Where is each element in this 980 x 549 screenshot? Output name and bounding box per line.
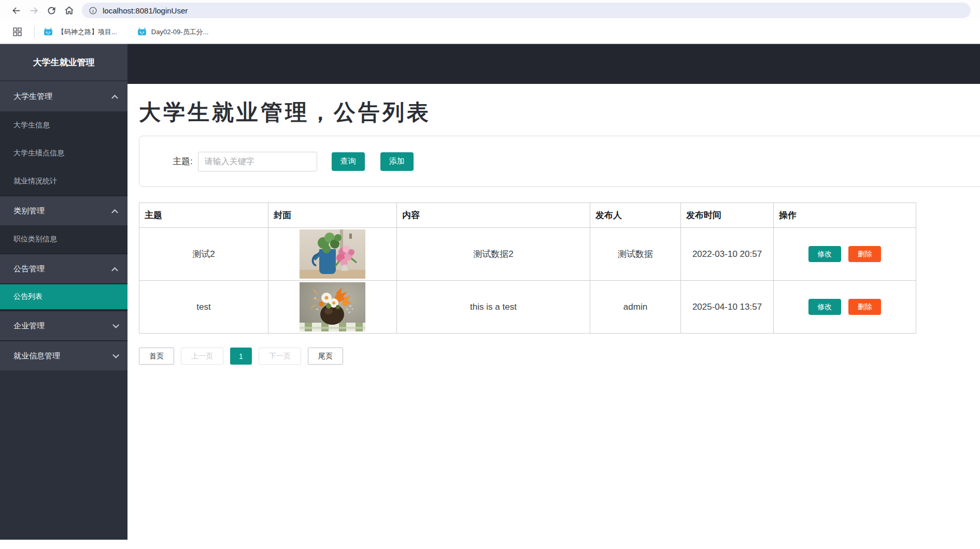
site-info-icon[interactable] [89, 6, 97, 15]
cover-image-orange-white-bouquet [300, 282, 365, 331]
sidebar-section-student-mgmt[interactable]: 大学生管理 [0, 81, 127, 111]
sidebar-app-title: 大学生就业管理 [0, 44, 127, 81]
cell-cover [268, 281, 397, 334]
bilibili-icon [43, 27, 53, 37]
col-header-actions: 操作 [774, 203, 916, 228]
browser-toolbar: localhost:8081/loginUser [0, 0, 980, 21]
sidebar-section-label: 公告管理 [13, 264, 45, 274]
sidebar-section-category-mgmt[interactable]: 类别管理 [0, 195, 127, 225]
sidebar-section-label: 企业管理 [13, 321, 45, 331]
sidebar-section-label: 就业信息管理 [13, 351, 60, 361]
sidebar-section-label: 大学生管理 [13, 92, 52, 102]
chevron-up-icon [111, 209, 118, 215]
address-bar[interactable]: localhost:8081/loginUser [82, 3, 971, 18]
sidebar-section-enterprise-mgmt[interactable]: 企业管理 [0, 310, 127, 340]
sidebar-item-student-gpa[interactable]: 大学生绩点信息 [0, 139, 127, 167]
sidebar-item-label: 大学生信息 [13, 121, 50, 130]
sidebar-section-notice-mgmt[interactable]: 公告管理 [0, 253, 127, 283]
chevron-up-icon [111, 94, 118, 101]
prev-page-button[interactable]: 上一页 [181, 348, 223, 365]
chevron-up-icon [111, 267, 118, 273]
refresh-icon[interactable] [42, 2, 60, 19]
sidebar-item-notice-list[interactable]: 公告列表 [0, 283, 127, 310]
cell-publish-time: 2025-04-10 13:57 [681, 281, 774, 334]
sidebar-item-student-info[interactable]: 大学生信息 [0, 111, 127, 139]
table-header-row: 主题 封面 内容 发布人 发布时间 操作 [139, 203, 916, 228]
chevron-down-icon [112, 352, 119, 358]
main-area: 大学生就业管理，公告列表 主题: 查询 添加 主题 封面 内容 发布人 [127, 44, 980, 547]
cell-cover [268, 228, 397, 281]
cell-content: this is a test [397, 281, 590, 334]
sidebar-item-employment-stats[interactable]: 就业情况统计 [0, 167, 127, 195]
sidebar-filler [0, 370, 127, 540]
bookmark-label: Day02-09-员工分... [151, 27, 209, 37]
cell-subject: test [139, 281, 268, 334]
cover-image-pink-roses-blue-can [300, 229, 365, 279]
sidebar-item-label: 大学生绩点信息 [13, 149, 64, 158]
col-header-cover: 封面 [268, 203, 397, 228]
cell-actions: 修改 删除 [774, 228, 916, 281]
back-icon[interactable] [7, 2, 25, 19]
col-header-publisher: 发布人 [590, 203, 681, 228]
cell-publisher: admin [590, 281, 681, 334]
sidebar-item-position-category[interactable]: 职位类别信息 [0, 225, 127, 253]
bilibili-icon [137, 27, 147, 37]
sidebar-item-label: 公告列表 [13, 292, 42, 301]
home-icon[interactable] [60, 2, 78, 19]
table-row: test [139, 281, 916, 334]
top-header-bar [127, 44, 980, 84]
table-row: 测试2 [139, 228, 916, 281]
sidebar-item-label: 就业情况统计 [13, 177, 57, 186]
col-header-publish-time: 发布时间 [681, 203, 774, 228]
content: 大学生就业管理，公告列表 主题: 查询 添加 主题 封面 内容 发布人 [127, 98, 980, 365]
page-title: 大学生就业管理，公告列表 [139, 98, 980, 127]
current-page-button[interactable]: 1 [230, 348, 252, 365]
apps-grid-icon[interactable] [8, 24, 26, 40]
search-panel: 主题: 查询 添加 [139, 136, 980, 187]
col-header-subject: 主题 [139, 203, 268, 228]
bookmark-day02[interactable]: Day02-09-员工分... [137, 27, 209, 37]
query-button[interactable]: 查询 [332, 152, 365, 171]
delete-button[interactable]: 删除 [848, 246, 881, 262]
cell-publisher: 测试数据 [590, 228, 681, 281]
url-text: localhost:8081/loginUser [103, 6, 188, 15]
pagination: 首页 上一页 1 下一页 尾页 [139, 348, 980, 365]
keyword-input[interactable] [198, 152, 317, 171]
delete-button[interactable]: 删除 [848, 299, 881, 315]
bookmarks-bar: 【码神之路】项目... Day02-09-员工分... [0, 21, 980, 44]
sidebar-section-label: 类别管理 [13, 206, 45, 216]
bookmarks-divider [34, 26, 35, 38]
bookmark-mashen[interactable]: 【码神之路】项目... [43, 27, 117, 37]
edit-button[interactable]: 修改 [808, 246, 841, 262]
cell-actions: 修改 删除 [774, 281, 916, 334]
sidebar-item-label: 职位类别信息 [13, 235, 57, 244]
next-page-button[interactable]: 下一页 [259, 348, 301, 365]
search-label: 主题: [173, 155, 193, 167]
app-frame: 大学生就业管理 大学生管理 大学生信息 大学生绩点信息 就业情况统计 类别管理 … [0, 44, 980, 547]
bookmark-label: 【码神之路】项目... [58, 27, 117, 37]
notice-table: 主题 封面 内容 发布人 发布时间 操作 测试2 [139, 203, 916, 334]
edit-button[interactable]: 修改 [808, 299, 841, 315]
cell-content: 测试数据2 [397, 228, 590, 281]
first-page-button[interactable]: 首页 [139, 348, 174, 365]
col-header-content: 内容 [397, 203, 590, 228]
last-page-button[interactable]: 尾页 [308, 348, 343, 365]
sidebar: 大学生就业管理 大学生管理 大学生信息 大学生绩点信息 就业情况统计 类别管理 … [0, 44, 127, 540]
add-button[interactable]: 添加 [380, 152, 414, 171]
chevron-down-icon [112, 322, 119, 328]
sidebar-section-employment-info-mgmt[interactable]: 就业信息管理 [0, 340, 127, 370]
cell-subject: 测试2 [139, 228, 268, 281]
forward-icon[interactable] [25, 2, 42, 19]
cell-publish-time: 2022-03-10 20:57 [681, 228, 774, 281]
